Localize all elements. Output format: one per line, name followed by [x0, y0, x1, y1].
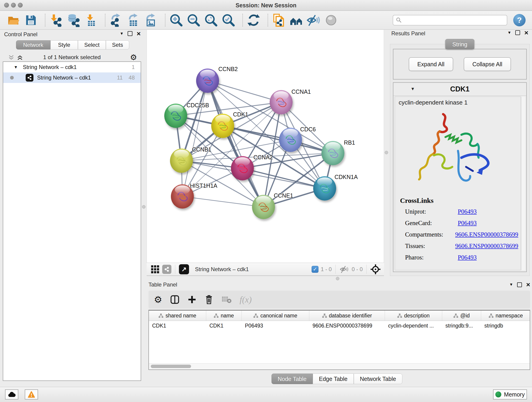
- collapse-all-button[interactable]: Collapse All: [464, 57, 511, 71]
- string-home-button[interactable]: [289, 13, 303, 27]
- horizontal-splitter-handle[interactable]: [336, 277, 339, 280]
- crosslink-link[interactable]: 9606.ENSP00000378699: [455, 231, 518, 242]
- string-import-button[interactable]: [272, 13, 286, 27]
- results-scrollbar[interactable]: [521, 96, 525, 270]
- network-node-CCNB2[interactable]: [196, 69, 219, 93]
- table-cell[interactable]: CDK1: [206, 321, 242, 331]
- close-panel-icon[interactable]: ×: [526, 282, 530, 287]
- network-type-button[interactable]: [162, 265, 171, 274]
- table-cell[interactable]: stringdb: [481, 321, 530, 331]
- table-row[interactable]: CDK1CDK1P064939606.ENSP00000378699cyclin…: [149, 321, 530, 331]
- close-panel-icon[interactable]: ×: [524, 31, 528, 35]
- tab-network-table[interactable]: Network Table: [354, 374, 402, 384]
- zoom-fit-button[interactable]: [204, 13, 218, 27]
- import-network-button[interactable]: [49, 13, 63, 27]
- expand-all-networks-icon[interactable]: [17, 55, 23, 60]
- export-table-button[interactable]: [127, 13, 141, 27]
- network-node-CCNE1[interactable]: [252, 195, 275, 219]
- tab-node-table[interactable]: Node Table: [272, 374, 313, 384]
- table-header-row: shared name name canonical name database…: [149, 311, 530, 321]
- scrollbar-thumb[interactable]: [151, 365, 191, 368]
- float-panel-icon[interactable]: [128, 31, 133, 36]
- birdseye-crosshair-icon[interactable]: [370, 264, 381, 274]
- panel-menu-icon[interactable]: ▼: [507, 31, 511, 35]
- search-input[interactable]: [393, 15, 507, 26]
- hide-glass-button[interactable]: [307, 13, 321, 27]
- tab-network[interactable]: Network: [16, 40, 51, 50]
- network-canvas[interactable]: CCNB2 CCNA1 CDC25B CDK1 CDC6 RB1 CCNB1: [147, 30, 384, 263]
- right-splitter-handle[interactable]: [385, 151, 388, 154]
- detach-view-button[interactable]: ↗: [179, 264, 189, 274]
- expand-all-button[interactable]: Expand All: [409, 57, 453, 71]
- cloud-status-button[interactable]: [5, 389, 18, 400]
- add-column-icon[interactable]: [187, 295, 196, 304]
- table-settings-gear-icon[interactable]: ⚙: [154, 294, 162, 305]
- network-node-CDK1[interactable]: [211, 114, 234, 138]
- column-header--id[interactable]: @id: [442, 311, 481, 321]
- warnings-button[interactable]: [25, 389, 38, 400]
- tab-edge-table[interactable]: Edge Table: [313, 374, 354, 384]
- tab-select[interactable]: Select: [78, 40, 106, 50]
- zoom-selected-button[interactable]: [221, 13, 235, 27]
- network-collection-row[interactable]: ▼ String Network – cdk1 1: [3, 62, 141, 72]
- left-splitter-handle[interactable]: [142, 205, 146, 209]
- section-collapse-icon[interactable]: ▼: [411, 86, 415, 91]
- network-row[interactable]: String Network – cdk1 11 48: [3, 72, 141, 83]
- column-header-description[interactable]: description: [385, 311, 442, 321]
- table-cell[interactable]: 9606.ENSP00000378699: [309, 321, 385, 331]
- show-columns-icon[interactable]: [170, 295, 180, 304]
- column-header-namespace[interactable]: namespace: [481, 311, 530, 321]
- selected-items-checkbox[interactable]: ✓: [312, 266, 318, 273]
- tab-sets[interactable]: Sets: [106, 40, 129, 50]
- import-network-from-database-button[interactable]: [66, 13, 81, 27]
- tab-style[interactable]: Style: [51, 40, 78, 50]
- view-grid-button[interactable]: [150, 264, 160, 274]
- help-button[interactable]: ?: [513, 14, 526, 26]
- table-cell[interactable]: cyclin-dependent ...: [385, 321, 442, 331]
- table-cell[interactable]: stringdb:9...: [442, 321, 481, 331]
- apply-layout-button[interactable]: [247, 13, 261, 27]
- network-node-CCNB1[interactable]: [170, 148, 193, 173]
- network-node-RB1[interactable]: [322, 141, 344, 165]
- column-header-database-identifier[interactable]: database identifier: [309, 311, 385, 321]
- network-options-gear-icon[interactable]: ⚙: [130, 53, 137, 62]
- tree-expand-icon[interactable]: ▼: [14, 65, 18, 70]
- network-node-CCNA2[interactable]: [231, 156, 254, 180]
- collapse-all-networks-icon[interactable]: [8, 55, 14, 60]
- tab-string[interactable]: String: [445, 39, 474, 50]
- column-header-canonical-name[interactable]: canonical name: [242, 311, 309, 321]
- title-bar: Session: New Session: [0, 0, 532, 11]
- crosslink-link[interactable]: P06493: [458, 220, 477, 231]
- network-edge[interactable]: [223, 126, 333, 153]
- export-image-button[interactable]: [144, 13, 158, 27]
- memory-button[interactable]: Memory: [493, 389, 527, 400]
- network-node-CDC6[interactable]: [279, 128, 302, 152]
- column-header-shared-name[interactable]: shared name: [149, 311, 206, 321]
- zoom-out-button[interactable]: [186, 13, 201, 27]
- network-node-CDC25B[interactable]: [164, 104, 187, 128]
- crosslink-link[interactable]: 9606.ENSP00000378699: [455, 242, 518, 254]
- crosslink-link[interactable]: P06493: [458, 254, 477, 265]
- save-session-button[interactable]: [24, 13, 38, 27]
- network-node-CCNA1[interactable]: [270, 90, 293, 114]
- node-label-CCNA1: CCNA1: [291, 89, 311, 95]
- delete-column-trash-icon[interactable]: [204, 295, 214, 304]
- column-header-label: canonical name: [260, 313, 297, 319]
- hidden-items-icon[interactable]: [339, 265, 349, 274]
- float-panel-icon[interactable]: [515, 30, 520, 35]
- column-header-name[interactable]: name: [206, 311, 242, 321]
- float-panel-icon[interactable]: [517, 282, 522, 287]
- panel-menu-icon[interactable]: ▼: [120, 32, 124, 36]
- open-session-button[interactable]: [6, 13, 21, 27]
- network-node-CDKN1A[interactable]: [313, 176, 336, 201]
- table-cell[interactable]: CDK1: [149, 321, 206, 331]
- panel-menu-icon[interactable]: ▼: [509, 282, 513, 287]
- export-network-button[interactable]: [109, 13, 123, 27]
- zoom-in-button[interactable]: [169, 13, 183, 27]
- network-edge[interactable]: [182, 196, 264, 207]
- import-table-button[interactable]: [84, 13, 98, 27]
- show-glass-button[interactable]: [324, 13, 338, 27]
- table-cell[interactable]: P06493: [242, 321, 309, 331]
- close-panel-icon[interactable]: ×: [137, 32, 141, 36]
- crosslink-link[interactable]: P06493: [458, 208, 477, 220]
